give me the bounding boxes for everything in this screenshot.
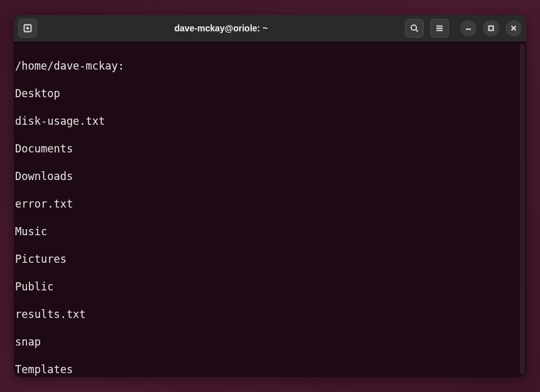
maximize-button[interactable] (483, 20, 499, 36)
minimize-icon (465, 25, 472, 31)
terminal-line: Templates (15, 363, 525, 376)
svg-point-3 (411, 25, 416, 30)
terminal-line: /home/dave-mckay: (15, 59, 525, 73)
terminal-line: Public (15, 280, 525, 294)
terminal-line: disk-usage.txt (15, 114, 525, 128)
titlebar-right (405, 19, 522, 38)
menu-button[interactable] (430, 19, 449, 38)
terminal-line: Documents (15, 142, 525, 156)
terminal-line: Downloads (15, 169, 525, 183)
terminal-window: dave-mckay@oriole: ~ (14, 15, 526, 377)
terminal-line: results.txt (15, 307, 525, 321)
search-icon (409, 23, 419, 33)
terminal-body[interactable]: /home/dave-mckay: Desktop disk-usage.txt… (14, 41, 526, 377)
close-button[interactable] (505, 20, 522, 36)
titlebar: dave-mckay@oriole: ~ (14, 15, 526, 41)
maximize-icon (488, 25, 494, 31)
new-tab-button[interactable] (18, 19, 37, 38)
minimize-button[interactable] (460, 20, 477, 36)
close-icon (510, 25, 517, 31)
new-tab-icon (23, 23, 33, 33)
scrollbar[interactable] (520, 44, 525, 374)
svg-rect-9 (489, 26, 494, 31)
titlebar-left (18, 19, 37, 38)
search-button[interactable] (405, 19, 424, 38)
terminal-line: Music (15, 225, 525, 238)
window-title: dave-mckay@oriole: ~ (43, 23, 399, 33)
svg-line-4 (416, 29, 418, 31)
terminal-line: Pictures (15, 252, 525, 266)
window-controls (460, 20, 522, 36)
terminal-line: Desktop (15, 87, 525, 100)
hamburger-icon (435, 23, 445, 33)
terminal-line: snap (15, 335, 525, 349)
terminal-line: error.txt (15, 197, 525, 211)
